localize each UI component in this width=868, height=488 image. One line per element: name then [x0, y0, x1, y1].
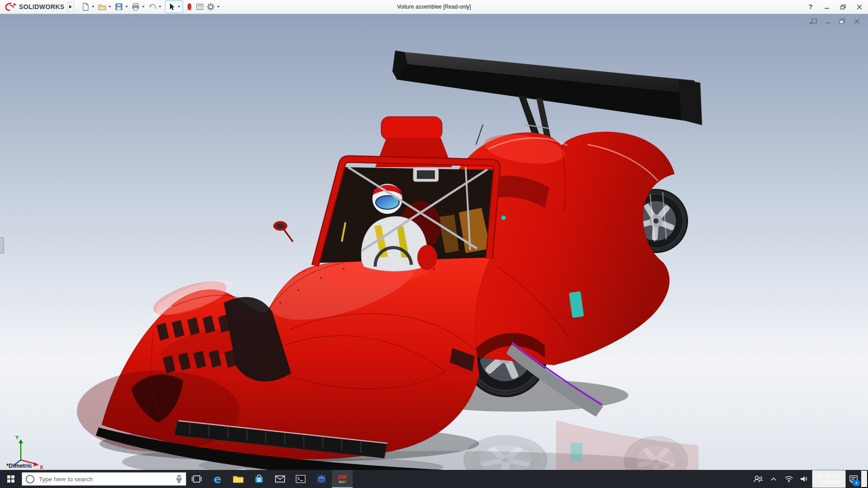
standard-toolbar	[80, 0, 222, 13]
antenna	[476, 125, 483, 145]
search-input[interactable]	[38, 475, 172, 483]
taskbar-item-edge[interactable]: e	[207, 470, 228, 488]
float-window-button[interactable]	[808, 17, 818, 25]
doc-minimize-button[interactable]	[823, 17, 833, 25]
restore-icon	[839, 19, 845, 24]
wifi-icon	[784, 475, 793, 483]
new-document-icon	[81, 2, 90, 11]
task-view-icon	[192, 474, 202, 483]
action-center-button[interactable]: 4	[846, 470, 861, 488]
edge-icon: e	[214, 474, 222, 485]
tray-clock[interactable]: 11:45 AM 7/13/2018	[812, 470, 846, 488]
window-controls: ?	[804, 0, 866, 14]
dropdown-caret-icon[interactable]	[217, 6, 220, 8]
dropdown-caret-icon[interactable]	[125, 6, 128, 8]
task-view-button[interactable]	[186, 470, 207, 488]
gear-icon	[206, 2, 215, 11]
solidworks-logo: SOLIDWORKS	[0, 2, 67, 12]
window-title: Voiture assemblee [Read-only]	[397, 4, 471, 10]
select-tool-button[interactable]	[166, 1, 176, 12]
undo-icon	[148, 2, 157, 11]
taskbar-item-edrawings[interactable]	[311, 470, 332, 488]
tray-time: 11:45 AM	[818, 473, 840, 479]
save-button[interactable]	[114, 1, 130, 12]
speaker-icon	[800, 475, 809, 483]
terminal-icon	[296, 475, 306, 483]
graphics-viewport[interactable]: Y X *Dimetric	[0, 14, 868, 470]
taskbar-item-solidworks[interactable]: SW 2017	[332, 470, 353, 488]
print-icon	[131, 2, 140, 11]
close-icon	[857, 5, 862, 9]
logo-text: SOLIDWORKS	[19, 3, 64, 10]
model-scene[interactable]: Y X	[0, 14, 868, 470]
minimize-icon	[824, 5, 830, 9]
dropdown-caret-icon[interactable]	[92, 6, 94, 8]
file-explorer-icon	[233, 474, 244, 483]
tray-date: 7/13/2018	[817, 479, 840, 485]
minimize-icon	[825, 19, 831, 24]
system-tray: 11:45 AM 7/13/2018 4	[750, 470, 868, 488]
close-button[interactable]	[853, 1, 866, 13]
open-folder-icon	[98, 2, 107, 11]
teal-sensor	[501, 216, 506, 220]
triad-y-label: Y	[15, 435, 19, 440]
options-button[interactable]	[206, 1, 222, 12]
chevron-up-icon	[770, 477, 777, 481]
network-button[interactable]	[781, 470, 797, 488]
appearance-tool-button[interactable]	[185, 1, 194, 12]
view-orientation-label: *Dimetric	[6, 462, 32, 469]
undo-button[interactable]	[147, 1, 163, 12]
driver-arm	[417, 245, 437, 270]
float-window-icon	[809, 18, 817, 25]
chevron-right-icon	[69, 5, 72, 9]
hidden-icons-button[interactable]	[766, 470, 781, 488]
appearance-icon	[185, 2, 193, 11]
store-icon	[254, 474, 264, 484]
help-button[interactable]: ?	[804, 1, 817, 13]
dropdown-caret-icon[interactable]	[178, 6, 180, 8]
taskbar-item-store[interactable]	[249, 470, 269, 488]
cockpit[interactable]	[316, 167, 495, 271]
start-button[interactable]	[0, 470, 22, 488]
minimize-button[interactable]	[820, 1, 834, 13]
select-tool-group	[165, 0, 183, 13]
taskbar-item-mail[interactable]	[269, 470, 290, 488]
people-icon	[753, 475, 763, 483]
microphone-icon[interactable]	[176, 475, 182, 483]
close-icon	[854, 19, 860, 24]
doc-close-button[interactable]	[852, 17, 862, 25]
taskbar-item-terminal[interactable]	[290, 470, 311, 488]
design-table-icon	[195, 2, 204, 11]
evaluate-table-button[interactable]	[195, 1, 205, 12]
cortana-icon	[26, 475, 34, 483]
taskbar-search[interactable]	[22, 472, 186, 486]
taskbar: e SW 2017	[0, 470, 868, 488]
dropdown-caret-icon[interactable]	[108, 6, 111, 8]
mail-icon	[275, 475, 285, 483]
triad-x-label: X	[40, 465, 43, 470]
taskbar-item-file-explorer[interactable]	[228, 470, 249, 488]
new-document-button[interactable]	[80, 1, 96, 12]
windows-logo-icon	[7, 475, 14, 483]
mirror-stalk	[284, 230, 293, 242]
print-button[interactable]	[131, 1, 146, 12]
select-cursor-icon	[167, 2, 176, 11]
title-bar: SOLIDWORKS	[0, 0, 868, 14]
volume-button[interactable]	[797, 470, 812, 488]
save-icon	[114, 2, 123, 11]
open-button[interactable]	[97, 1, 113, 12]
menu-expand-button[interactable]	[67, 2, 74, 12]
doc-restore-button[interactable]	[837, 17, 847, 25]
solidworks-logo-icon	[5, 2, 17, 12]
dropdown-caret-icon[interactable]	[142, 6, 145, 8]
air-scoop	[381, 117, 442, 140]
restore-button[interactable]	[836, 1, 850, 13]
show-desktop-button[interactable]	[861, 470, 868, 488]
notification-badge: 4	[852, 480, 860, 486]
people-button[interactable]	[750, 470, 766, 488]
solidworks-icon: SW 2017	[338, 474, 347, 484]
restore-icon	[840, 5, 846, 9]
document-window-controls	[808, 17, 862, 25]
dropdown-caret-icon[interactable]	[159, 6, 161, 8]
edrawings-icon	[316, 474, 326, 484]
